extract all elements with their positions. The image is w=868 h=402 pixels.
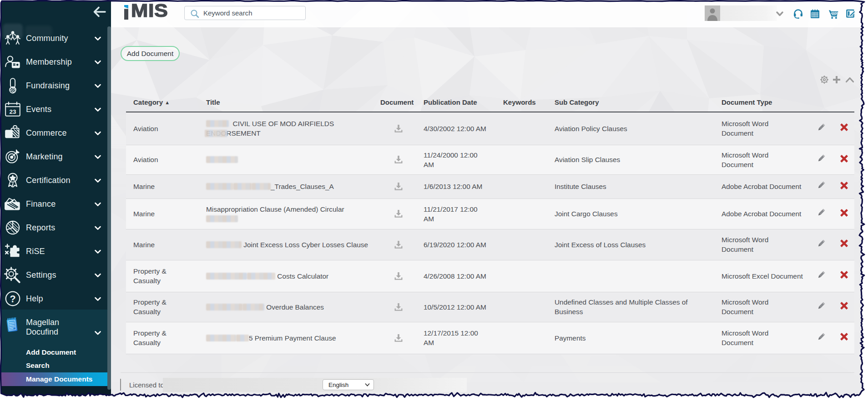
svg-text:23: 23	[9, 108, 16, 115]
svg-text:?: ?	[10, 294, 15, 305]
